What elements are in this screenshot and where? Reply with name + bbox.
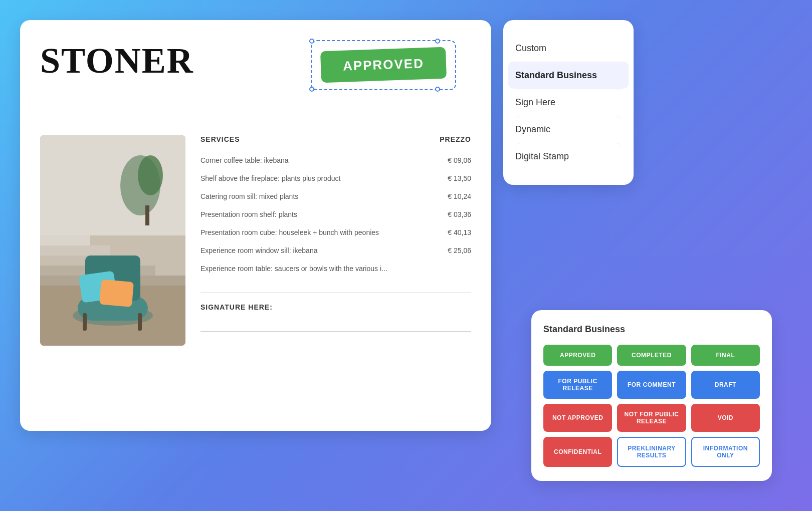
main-container: STONER APPROVED	[0, 0, 812, 511]
svg-rect-10	[145, 205, 149, 225]
stamp-button-confidential[interactable]: CONFIDENTIAL	[543, 437, 612, 467]
stamp-grid: APPROVEDCOMPLETEDFINALFOR PUBLIC RELEASE…	[543, 345, 760, 467]
service-row: Experience room window sill: ikebana € 2…	[200, 241, 471, 260]
services-label: SERVICES	[200, 135, 240, 143]
service-name: Presentation room shelf: plants	[200, 210, 297, 218]
doc-body: SERVICES PREZZO Corner coffee table: ike…	[40, 135, 471, 346]
sidebar-option-digital-stamp[interactable]: Digital Stamp	[515, 143, 622, 170]
service-price: € 09,06	[448, 156, 471, 164]
options-panel: CustomStandard BusinessSign HereDynamicD…	[503, 20, 634, 185]
stamp-button-not-for-public-release[interactable]: NOT FOR PUBLIC RELEASE	[617, 404, 686, 432]
corner-dot-bl	[309, 87, 314, 92]
stamp-button-final[interactable]: FINAL	[691, 345, 760, 366]
stamp-button-not-approved[interactable]: NOT APPROVED	[543, 404, 612, 432]
services-header: SERVICES PREZZO	[200, 135, 471, 143]
service-name: Catering room sill: mixed plants	[200, 192, 298, 200]
prezzo-label: PREZZO	[440, 135, 471, 143]
service-price: € 13,50	[448, 174, 471, 182]
svg-rect-7	[40, 135, 185, 235]
service-row: Experience room table: saucers or bowls …	[200, 260, 471, 278]
service-price: € 03,36	[448, 210, 471, 218]
stamp-panel: Standard Business APPROVEDCOMPLETEDFINAL…	[531, 310, 772, 481]
svg-rect-15	[138, 313, 142, 331]
stamp-button-approved[interactable]: APPROVED	[543, 345, 612, 366]
right-sidebar: CustomStandard BusinessSign HereDynamicD…	[503, 20, 634, 185]
signature-line	[200, 331, 471, 332]
doc-services: SERVICES PREZZO Corner coffee table: ike…	[200, 135, 471, 346]
service-row: Catering room sill: mixed plants € 10,24	[200, 187, 471, 205]
sidebar-option-standard-business[interactable]: Standard Business	[508, 62, 629, 89]
stamp-button-information-only[interactable]: INFORMATION ONLY	[691, 437, 760, 467]
document-panel: STONER APPROVED	[20, 20, 491, 431]
service-row: Corner coffee table: ikebana € 09,06	[200, 151, 471, 169]
corner-dot-tl	[309, 39, 314, 44]
service-name: Corner coffee table: ikebana	[200, 156, 289, 164]
corner-dot-tr	[435, 39, 440, 44]
chair-svg	[63, 235, 163, 336]
sidebar-option-custom[interactable]: Custom	[515, 35, 622, 62]
doc-header: STONER APPROVED	[40, 40, 471, 120]
approved-stamp[interactable]: APPROVED	[320, 47, 447, 83]
stamp-button-draft[interactable]: DRAFT	[691, 371, 760, 399]
doc-image	[40, 135, 185, 346]
signature-section: SIGNATURE HERE:	[200, 293, 471, 332]
services-list: Corner coffee table: ikebana € 09,06 She…	[200, 151, 471, 278]
stamp-container: APPROVED	[311, 40, 471, 120]
service-name: Presentation room cube: houseleek + bunc…	[200, 228, 379, 236]
service-row: Presentation room cube: houseleek + bunc…	[200, 223, 471, 241]
stamp-button-preklininary-results[interactable]: PREKLININARY RESULTS	[617, 437, 686, 467]
stamp-button-for-public-release[interactable]: FOR PUBLIC RELEASE	[543, 371, 612, 399]
svg-rect-17	[99, 279, 134, 307]
service-price: € 25,06	[448, 246, 471, 254]
chair-illustration	[40, 135, 185, 346]
stamp-button-void[interactable]: VOID	[691, 404, 760, 432]
stamp-button-completed[interactable]: COMPLETED	[617, 345, 686, 366]
stamp-panel-title: Standard Business	[543, 324, 760, 335]
svg-rect-14	[83, 313, 87, 331]
signature-label: SIGNATURE HERE:	[200, 303, 471, 311]
service-row: Shelf above the fireplace: plants plus p…	[200, 169, 471, 187]
service-price: € 10,24	[448, 192, 471, 200]
svg-point-9	[138, 155, 163, 195]
service-price: € 40,13	[448, 228, 471, 236]
corner-dot-br	[435, 87, 440, 92]
service-name: Experience room table: saucers or bowls …	[200, 265, 387, 273]
service-name: Experience room window sill: ikebana	[200, 246, 317, 254]
doc-title: STONER	[40, 40, 194, 82]
service-row: Presentation room shelf: plants € 03,36	[200, 205, 471, 223]
sidebar-option-sign-here[interactable]: Sign Here	[515, 89, 622, 116]
sidebar-option-dynamic[interactable]: Dynamic	[515, 116, 622, 143]
stamp-button-for-comment[interactable]: FOR COMMENT	[617, 371, 686, 399]
service-name: Shelf above the fireplace: plants plus p…	[200, 174, 340, 182]
